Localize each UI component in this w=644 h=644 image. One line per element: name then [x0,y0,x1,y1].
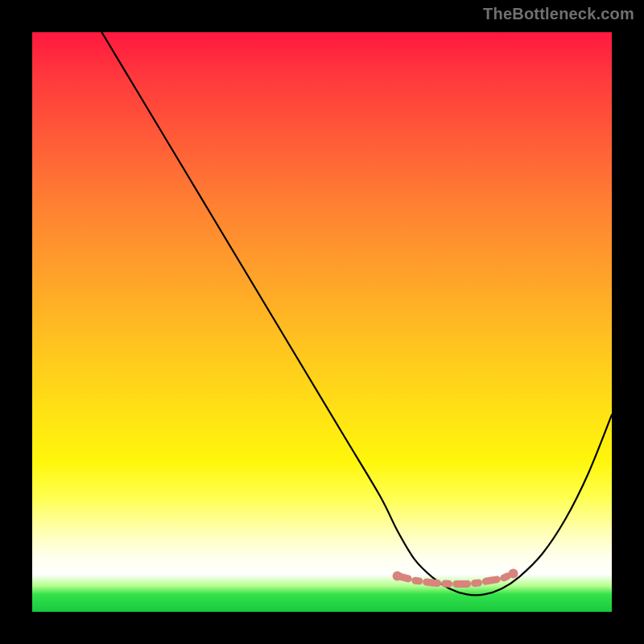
plot-area [32,32,612,612]
trough-marker [393,569,518,584]
curve-line [101,32,612,595]
watermark-text: TheBottleneck.com [483,5,634,23]
svg-point-0 [393,571,402,580]
chart-frame: TheBottleneck.com [0,0,644,644]
chart-svg [32,32,612,612]
svg-point-1 [509,569,518,579]
